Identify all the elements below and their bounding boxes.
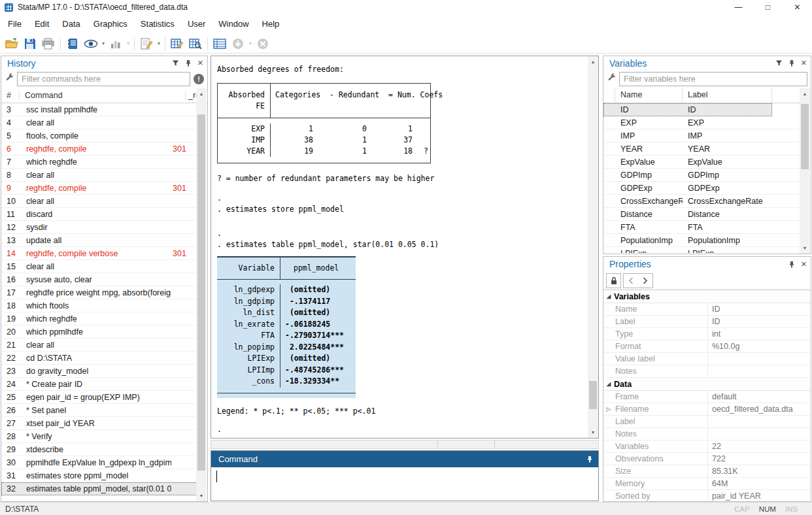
property-row[interactable]: Label ID	[603, 316, 811, 328]
history-row[interactable]: 3 ssc install ppmlhdfe	[1, 103, 197, 116]
variable-row[interactable]: PopulationImp PopulationImp	[603, 234, 800, 247]
property-row[interactable]: Notes	[603, 428, 811, 440]
history-row[interactable]: 9 reghdfe, compile 301	[1, 182, 197, 195]
property-row[interactable]: Value label	[603, 353, 811, 365]
history-row[interactable]: 6 reghdfe, compile 301	[1, 142, 197, 156]
scroll-down-icon[interactable]: ▼	[800, 242, 810, 254]
property-row[interactable]: Label	[603, 416, 811, 428]
variable-row[interactable]: IMP IMP	[603, 129, 800, 142]
lock-icon[interactable]	[606, 273, 621, 288]
history-row[interactable]: 22 cd D:\STATA	[1, 352, 197, 365]
open-folder-icon[interactable]	[3, 35, 20, 52]
data-browser-icon[interactable]	[187, 35, 204, 52]
graph-dropdown-icon[interactable]: ▾	[125, 41, 131, 46]
graph-icon[interactable]	[107, 35, 124, 52]
log-icon[interactable]	[64, 35, 81, 52]
more-circle-icon[interactable]	[229, 35, 246, 52]
menu-item[interactable]: Window	[212, 14, 255, 34]
history-row[interactable]: 12 sysdir	[1, 221, 197, 234]
history-row[interactable]: 7 which reghdfe	[1, 156, 197, 169]
next-variable-icon[interactable]	[638, 274, 652, 288]
history-row[interactable]: 26 * Set panel	[1, 404, 197, 417]
history-row[interactable]: 28 * Verify	[1, 430, 197, 443]
property-row[interactable]: Variables 22	[603, 440, 811, 453]
history-row[interactable]: 10 clear all	[1, 195, 197, 208]
viewer-eye-icon[interactable]	[82, 35, 99, 52]
column-header-command[interactable]: Command	[20, 91, 185, 100]
history-row[interactable]: 15 clear all	[1, 260, 197, 273]
history-row[interactable]: 8 clear all	[1, 169, 197, 182]
pin-icon[interactable]	[185, 59, 192, 67]
pin-icon[interactable]	[788, 261, 795, 268]
column-header-label[interactable]: Label	[683, 88, 772, 103]
close-icon[interactable]: ✕	[801, 261, 807, 268]
property-row[interactable]: Name ID	[603, 303, 811, 316]
break-circle-icon[interactable]	[254, 35, 271, 52]
history-row[interactable]: 4 clear all	[1, 116, 197, 129]
menu-item[interactable]: Statistics	[134, 14, 181, 34]
property-row[interactable]: Size 85.31K	[603, 465, 811, 478]
variables-column-headers[interactable]: Name Label	[603, 88, 811, 103]
menu-item[interactable]: File	[1, 14, 28, 34]
history-row[interactable]: 21 clear all	[1, 339, 197, 352]
close-icon[interactable]: ✕	[197, 59, 203, 67]
history-row[interactable]: 24 * Create pair ID	[1, 378, 197, 391]
section-data[interactable]: ◢ Data	[603, 378, 811, 391]
menu-item[interactable]: Graphics	[87, 14, 134, 34]
section-variables[interactable]: ◢ Variables	[603, 290, 811, 303]
history-row[interactable]: 23 do gravity_model	[1, 365, 197, 378]
history-row[interactable]: 29 xtdescribe	[1, 443, 197, 456]
property-row[interactable]: Notes	[603, 365, 811, 378]
variables-filter-input[interactable]	[619, 72, 807, 86]
history-row[interactable]: 31 estimates store ppml_model	[1, 469, 197, 482]
property-row[interactable]: Observations 722	[603, 453, 811, 465]
property-row[interactable]: Frame default	[603, 391, 811, 403]
variable-row[interactable]: GDPImp GDPImp	[603, 169, 800, 182]
history-row[interactable]: 5 ftools, compile	[1, 129, 197, 142]
history-row[interactable]: 13 update all	[1, 234, 197, 247]
more-dropdown-icon[interactable]: ▾	[247, 41, 254, 46]
history-row[interactable]: 19 which reghdfe	[1, 312, 197, 325]
results-scrollbar[interactable]: ▲ ▼	[588, 56, 598, 438]
history-column-headers[interactable]: # Command _rc	[1, 88, 207, 103]
scroll-up-icon[interactable]: ▲	[800, 88, 810, 99]
exclamation-icon[interactable]: !	[194, 74, 204, 84]
variables-manager-icon[interactable]	[211, 35, 228, 52]
history-row[interactable]: 11 discard	[1, 208, 197, 221]
variable-row[interactable]: Distance Distance	[603, 208, 800, 221]
close-icon[interactable]: ✕	[801, 59, 807, 67]
column-header-name[interactable]: Name	[615, 88, 683, 103]
scroll-down-icon[interactable]: ▼	[196, 490, 207, 501]
filter-icon[interactable]	[775, 59, 783, 67]
close-icon[interactable]: ✕	[783, 0, 812, 14]
history-row[interactable]: 20 which ppmlhdfe	[1, 325, 197, 339]
save-icon[interactable]	[22, 35, 39, 52]
property-row[interactable]: Type int	[603, 328, 811, 341]
variable-row[interactable]: CrossExchangeR... CrossExchangeRate	[603, 195, 800, 208]
scroll-up-icon[interactable]: ▲	[588, 56, 598, 67]
variable-row[interactable]: FTA FTA	[603, 221, 800, 234]
dofile-dropdown-icon[interactable]: ▾	[156, 41, 162, 46]
variable-row[interactable]: GDPExp GDPExp	[603, 182, 800, 195]
scrollbar-thumb[interactable]	[801, 104, 809, 169]
history-row[interactable]: 32 estimates table ppml_model, star(0.01…	[1, 482, 197, 495]
variable-row[interactable]: ID ID	[603, 103, 772, 116]
menu-item[interactable]: User	[181, 14, 212, 34]
minimize-icon[interactable]: —	[724, 0, 753, 14]
scrollbar-thumb[interactable]	[197, 114, 205, 471]
dofile-editor-icon[interactable]	[138, 35, 155, 52]
history-row[interactable]: 25 egen pair_id = group(EXP IMP)	[1, 391, 197, 404]
scrollbar-thumb[interactable]	[589, 381, 597, 409]
property-row[interactable]: Memory 64M	[603, 478, 811, 490]
menu-item[interactable]: Edit	[28, 14, 56, 34]
command-input[interactable]	[211, 467, 598, 501]
variable-row[interactable]: EXP EXP	[603, 116, 800, 129]
scroll-down-icon[interactable]: ▼	[588, 427, 598, 438]
menu-item[interactable]: Data	[56, 14, 86, 34]
variable-row[interactable]: ExpValue ExpValue	[603, 156, 800, 169]
history-row[interactable]: 14 reghdfe, compile verbose 301	[1, 247, 197, 260]
history-row[interactable]: 16 sysuse auto, clear	[1, 273, 197, 286]
history-filter-input[interactable]	[17, 72, 190, 86]
variables-scrollbar[interactable]: ▲ ▼	[800, 88, 810, 254]
property-row[interactable]: ▷ Filename oecd_filtered_data.dta	[603, 403, 811, 416]
